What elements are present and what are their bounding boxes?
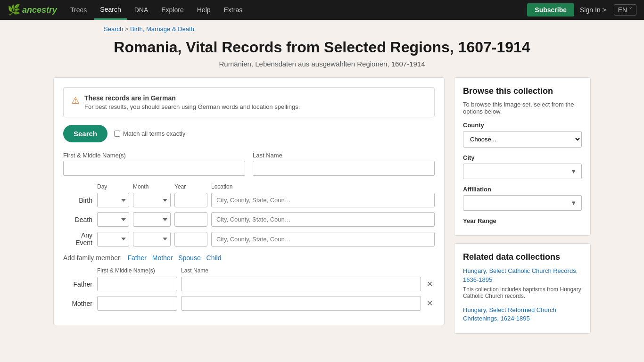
city-label: City [463, 154, 582, 161]
breadcrumb-search[interactable]: Search [104, 25, 123, 33]
birth-month-select[interactable] [133, 193, 171, 207]
city-dropdown[interactable]: ▼ [463, 164, 582, 179]
death-event-row: Death [63, 212, 435, 227]
event-col-headers: Day Month Year Location [63, 183, 435, 190]
add-spouse-link[interactable]: Spouse [178, 254, 200, 262]
mother-lastname-input[interactable] [181, 296, 421, 311]
german-records-alert: ⚠ These records are in German For best r… [63, 87, 435, 117]
search-form-card: ⚠ These records are in German For best r… [53, 77, 445, 325]
county-label: County [463, 122, 582, 129]
alert-title: These records are in German [84, 94, 300, 102]
any-event-month-select[interactable] [133, 232, 171, 247]
subscribe-button[interactable]: Subscribe [527, 3, 574, 16]
alert-body: For best results, you should search usin… [84, 103, 300, 110]
nav-search[interactable]: Search [94, 0, 126, 20]
events-section: Day Month Year Location Birth [63, 183, 435, 247]
page-header: Romania, Vital Records from Selected Reg… [53, 38, 591, 68]
birth-day-select[interactable] [97, 193, 129, 207]
birth-event-row: Birth [63, 193, 435, 207]
any-event-row: Any Event [63, 231, 435, 247]
mother-label: Mother [63, 300, 97, 307]
logo-icon: 🌿 [8, 4, 20, 16]
affiliation-dropdown[interactable]: ▼ [463, 195, 582, 211]
death-month-select[interactable] [133, 212, 171, 227]
county-group: County Choose... [463, 122, 582, 148]
related-item-1[interactable]: Hungary, Select Reformed Church Christen… [463, 306, 582, 323]
any-event-day-select[interactable] [97, 232, 129, 247]
mother-row: Mother ✕ [63, 296, 435, 311]
related-desc-0: This collection includes baptisms from H… [463, 286, 582, 299]
match-terms-checkbox[interactable] [114, 131, 120, 137]
breadcrumb-category[interactable]: Birth, Marriage & Death [130, 25, 194, 33]
mother-remove-button[interactable]: ✕ [425, 299, 435, 308]
last-name-label: Last Name [253, 152, 435, 159]
nav-explore[interactable]: Explore [156, 0, 189, 20]
first-name-input[interactable] [63, 161, 245, 176]
affiliation-group: Affiliation ▼ [463, 186, 582, 211]
page-title: Romania, Vital Records from Selected Reg… [53, 38, 591, 56]
browse-title: Browse this collection [463, 86, 582, 96]
search-row: Search Match all terms exactly [63, 125, 435, 142]
related-collections-card: Related data collections Hungary, Select… [454, 243, 591, 334]
breadcrumb: Search > Birth, Marriage & Death [0, 20, 644, 38]
family-header: Add family member: Father Mother Spouse … [63, 254, 435, 262]
nav-trees[interactable]: Trees [65, 0, 92, 20]
name-fields-row: First & Middle Name(s) Last Name [63, 152, 435, 176]
add-mother-link[interactable]: Mother [152, 254, 173, 262]
navigation: 🌿 ancestry Trees Search DNA Explore Help… [0, 0, 644, 20]
father-remove-button[interactable]: ✕ [425, 280, 435, 288]
month-col-header: Month [133, 183, 171, 190]
first-name-label: First & Middle Name(s) [63, 152, 245, 159]
mother-firstname-input[interactable] [97, 296, 177, 311]
add-father-link[interactable]: Father [127, 254, 146, 262]
related-item-0[interactable]: Hungary, Select Catholic Church Records,… [463, 267, 582, 284]
family-firstname-col-header: First & Middle Name(s) [97, 267, 177, 274]
city-chevron-icon: ▼ [570, 168, 577, 175]
related-title: Related data collections [463, 252, 582, 262]
family-col-headers: First & Middle Name(s) Last Name [63, 267, 435, 274]
search-button[interactable]: Search [63, 125, 107, 142]
death-day-select[interactable] [97, 212, 129, 227]
father-row: Father ✕ [63, 277, 435, 291]
birth-location-input[interactable] [211, 193, 435, 207]
affiliation-chevron-icon: ▼ [570, 199, 577, 206]
logo[interactable]: 🌿 ancestry [8, 4, 57, 16]
main-column: ⚠ These records are in German For best r… [53, 77, 445, 325]
year-range-group: Year Range [463, 217, 582, 224]
last-name-input[interactable] [253, 161, 435, 176]
any-event-location-input[interactable] [211, 232, 435, 247]
death-year-input[interactable] [174, 212, 207, 227]
county-select[interactable]: Choose... [463, 131, 582, 148]
birth-label: Birth [63, 197, 97, 204]
father-label: Father [63, 280, 97, 288]
match-terms-label[interactable]: Match all terms exactly [114, 130, 185, 137]
year-col-header: Year [174, 183, 207, 190]
add-child-link[interactable]: Child [206, 254, 222, 262]
family-lastname-col-header: Last Name [181, 267, 435, 274]
browse-card: Browse this collection To browse this im… [454, 77, 591, 236]
day-col-header: Day [97, 183, 129, 190]
father-firstname-input[interactable] [97, 277, 177, 291]
affiliation-label: Affiliation [463, 186, 582, 193]
nav-dna[interactable]: DNA [129, 0, 154, 20]
any-event-year-input[interactable] [174, 232, 207, 247]
breadcrumb-separator: > [125, 25, 130, 33]
alert-icon: ⚠ [71, 95, 80, 106]
nav-extras[interactable]: Extras [218, 0, 248, 20]
death-location-input[interactable] [211, 212, 435, 227]
death-label: Death [63, 216, 97, 223]
birth-year-input[interactable] [174, 193, 207, 207]
language-selector[interactable]: EN ˅ [614, 4, 636, 16]
browse-desc: To browse this image set, select from th… [463, 101, 582, 115]
first-name-group: First & Middle Name(s) [63, 152, 245, 176]
father-lastname-input[interactable] [181, 277, 421, 291]
year-range-label: Year Range [463, 217, 582, 224]
add-family-label: Add family member: [63, 254, 122, 262]
sidebar: Browse this collection To browse this im… [454, 77, 591, 341]
nav-help[interactable]: Help [191, 0, 216, 20]
any-event-label: Any Event [63, 231, 97, 247]
match-terms-text: Match all terms exactly [123, 130, 185, 137]
last-name-group: Last Name [253, 152, 435, 176]
page-subtitle: Rumänien, Lebensdaten aus ausgewählten R… [53, 60, 591, 68]
signin-button[interactable]: Sign In > [580, 6, 606, 14]
